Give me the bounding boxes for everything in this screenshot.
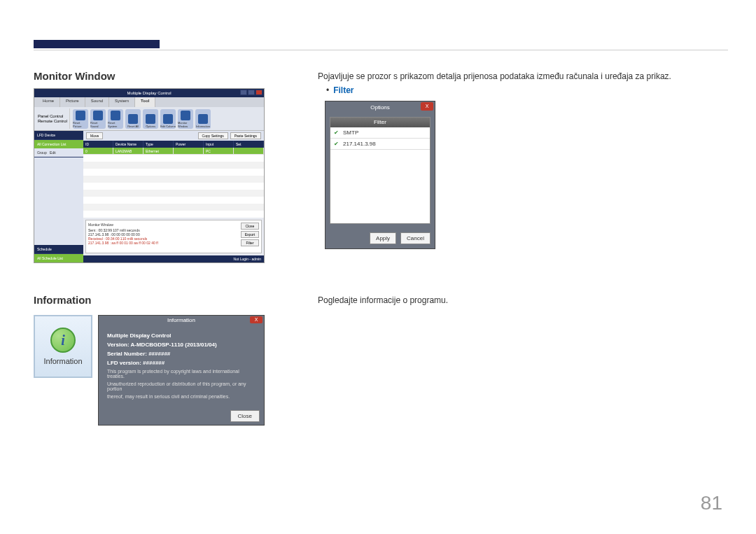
tab-tool[interactable]: Tool	[135, 97, 155, 107]
page-number: 81	[701, 492, 722, 514]
close-icon[interactable]: X	[421, 102, 433, 111]
reset-picture-button[interactable]: Reset Picture	[73, 109, 88, 129]
gh-name: Device Name	[113, 141, 144, 148]
log-line-4: 217.141.3.98 : aa ff 00 01 00 aa ff 00 0…	[88, 241, 259, 245]
cancel-button[interactable]: Cancel	[400, 232, 430, 244]
sidebar-lfd-device[interactable]: LFD Device	[34, 131, 83, 140]
info-app-name: Multiple Display Control	[107, 332, 255, 339]
filter-row-label: SMTP	[343, 129, 358, 136]
mw-titlebar: Multiple Display Control	[34, 89, 264, 97]
mw-statusbar: Not Login - admin	[83, 255, 264, 262]
paste-settings-button[interactable]: Paste Settings	[230, 132, 261, 139]
sidebar-group[interactable]: Group Edit	[34, 148, 83, 157]
apply-button[interactable]: Apply	[370, 232, 396, 244]
info-version: Version: A-MDCBGDSP-1110 (2013/01/04)	[107, 342, 255, 348]
info-legal-3: thereof, may result in serious civil and…	[107, 394, 255, 399]
options-title: Options	[370, 104, 390, 111]
reset-sound-button[interactable]: Reset Sound	[90, 109, 106, 129]
tab-sound[interactable]: Sound	[85, 97, 109, 107]
info-icon: i	[50, 328, 76, 353]
gh-input: Input	[204, 141, 234, 148]
edit-column-button[interactable]: Edit Column	[160, 109, 176, 129]
options-button[interactable]: Options	[143, 109, 158, 129]
tab-system[interactable]: System	[109, 97, 135, 107]
reset-all-button[interactable]: Reset All	[125, 109, 141, 129]
heading-information: Information	[34, 294, 92, 306]
close-icon[interactable]: X	[250, 316, 262, 323]
sidebar-all-connection[interactable]: All Connection List	[34, 140, 83, 148]
filter-bullet: •Filter	[326, 85, 354, 95]
filter-row-ip[interactable]: ✔ 217.141.3.98	[330, 139, 430, 150]
log-panel: Monitor Window Sent : 00:32:99 107 milli…	[85, 220, 262, 253]
log-head: Monitor Window	[88, 223, 259, 227]
move-button[interactable]: Move	[86, 132, 103, 139]
mw-main: Move Copy Settings Paste Settings ID Dev…	[83, 131, 264, 262]
tab-picture[interactable]: Picture	[60, 97, 85, 107]
info-legal-1: This program is protected by copyright l…	[107, 369, 255, 379]
info-title: Information	[167, 317, 195, 323]
mw-toolbar: Move Copy Settings Paste Settings	[83, 131, 264, 141]
heading-monitor-window: Monitor Window	[34, 70, 115, 82]
info-serial: Serial Number: #######	[107, 351, 255, 357]
info-lfd: LFD version: #######	[107, 360, 255, 366]
table-row[interactable]: 0 LAN2MAB Ethernet PC	[83, 148, 264, 155]
log-export-button[interactable]: Export	[241, 231, 259, 238]
desc-monitor-window: Pojavljuje se prozor s prikazom detalja …	[318, 71, 671, 81]
mw-tabs: Home Picture Sound System Tool	[34, 97, 264, 107]
monitor-window-button[interactable]: Monitor Window	[178, 109, 193, 129]
close-button[interactable]: Close	[230, 410, 260, 422]
copy-settings-button[interactable]: Copy Settings	[198, 132, 228, 139]
log-filter-button[interactable]: Filter	[241, 239, 259, 246]
panel-control-label: Panel Control	[38, 114, 63, 118]
remote-control-label: Remote Control	[38, 119, 67, 123]
check-icon: ✔	[333, 130, 339, 136]
bullet-dot: •	[326, 85, 329, 95]
filter-row-label: 217.141.3.98	[343, 141, 376, 147]
mw-title: Multiple Display Control	[127, 91, 171, 95]
desc-information: Pogledajte informacije o programu.	[318, 295, 448, 305]
ribbon-icons: Reset Picture Reset Sound Reset System R…	[71, 108, 262, 129]
info-icon-label: Information	[43, 357, 82, 365]
maximize-icon[interactable]	[248, 90, 255, 95]
screenshot-information-dialog: Information X Multiple Display Control V…	[98, 315, 265, 426]
gh-id: ID	[83, 141, 113, 148]
check-icon: ✔	[333, 141, 339, 147]
grid-header: ID Device Name Type Power Input Set	[83, 141, 264, 148]
gh-power: Power	[174, 141, 204, 148]
minimize-icon[interactable]	[240, 90, 247, 95]
page-header-rule	[34, 42, 728, 50]
filter-column-header: Filter	[330, 118, 430, 127]
mw-ribbon: Panel Control Remote Control Reset Pictu…	[34, 107, 264, 131]
info-legal-2: Unauthorized reproduction or distributio…	[107, 381, 255, 391]
grid-body	[83, 155, 264, 218]
gh-set: Set	[234, 141, 264, 148]
ribbon-group-controls: Panel Control Remote Control	[36, 108, 70, 129]
reset-system-button[interactable]: Reset System	[108, 109, 123, 129]
screenshot-monitor-window: Multiple Display Control Home Picture So…	[34, 88, 265, 263]
mw-sidebar: LFD Device All Connection List Group Edi…	[34, 131, 83, 262]
sidebar-all-schedule[interactable]: All Schedule List	[34, 254, 83, 262]
information-icon-tile[interactable]: i Information	[34, 315, 92, 378]
information-button[interactable]: Information	[195, 109, 211, 129]
tab-home[interactable]: Home	[37, 97, 60, 107]
filter-label: Filter	[333, 85, 354, 95]
sidebar-schedule[interactable]: Schedule	[34, 245, 83, 254]
screenshot-options-dialog: Options X Filter ✔ SMTP ✔ 217.141.3.98 A…	[325, 101, 435, 249]
gh-type: Type	[144, 141, 174, 148]
filter-row-smtp[interactable]: ✔ SMTP	[330, 127, 430, 139]
close-icon[interactable]	[255, 90, 262, 95]
header-accent-bar	[34, 40, 160, 48]
log-close-button[interactable]: Close	[241, 223, 259, 230]
options-titlebar: Options X	[326, 101, 435, 113]
info-titlebar: Information X	[99, 316, 264, 325]
